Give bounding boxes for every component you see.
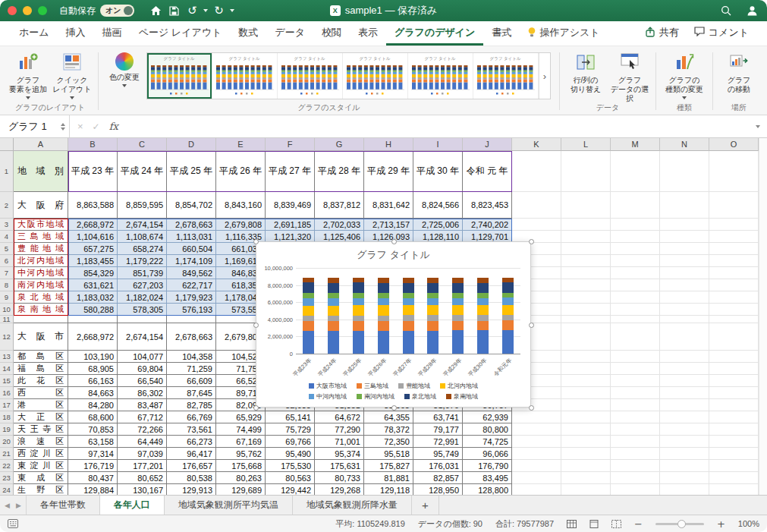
cell[interactable]: 175,631 xyxy=(315,460,364,472)
cell[interactable] xyxy=(561,351,611,363)
cell-label[interactable]: 東淀川区 xyxy=(14,460,68,472)
cell[interactable]: 176,031 xyxy=(413,460,463,472)
switch-row-column-button[interactable]: 行/列の 切り替え xyxy=(564,50,608,94)
cell[interactable] xyxy=(512,460,561,472)
cell[interactable] xyxy=(561,316,611,323)
select-all-corner[interactable] xyxy=(0,138,14,151)
cell[interactable]: 80,652 xyxy=(118,472,167,484)
cell-label[interactable]: 港区 xyxy=(14,399,68,411)
undo-dropdown-icon[interactable] xyxy=(203,9,208,12)
cell[interactable]: 66,273 xyxy=(167,436,216,448)
cell[interactable]: 660,504 xyxy=(167,243,216,255)
cell[interactable] xyxy=(611,436,660,448)
minimize-window-button[interactable] xyxy=(23,6,32,15)
row-header[interactable]: 7 xyxy=(0,267,14,279)
cell[interactable]: 128,800 xyxy=(463,484,512,495)
cell[interactable]: 176,657 xyxy=(167,460,216,472)
cell[interactable] xyxy=(660,231,709,243)
cell[interactable] xyxy=(660,219,709,231)
cell[interactable] xyxy=(611,255,660,267)
cell[interactable] xyxy=(167,316,216,323)
cell[interactable] xyxy=(709,231,759,243)
cell[interactable]: 176,790 xyxy=(463,460,512,472)
cell-label[interactable]: 東成区 xyxy=(14,472,68,484)
cell[interactable]: 854,329 xyxy=(68,267,118,279)
cell-label[interactable]: 天王寺区 xyxy=(14,423,68,436)
row-header[interactable]: 9 xyxy=(0,291,14,304)
cell[interactable] xyxy=(709,375,759,387)
sheet-tab[interactable]: 地域気象観測所降水量 xyxy=(293,496,412,515)
cell[interactable] xyxy=(660,351,709,363)
cell[interactable]: 8,859,595 xyxy=(118,192,167,219)
cell[interactable]: 82,857 xyxy=(413,472,463,484)
row-header[interactable]: 14 xyxy=(0,363,14,375)
page-layout-view-button[interactable] xyxy=(589,520,599,528)
cell[interactable] xyxy=(709,219,759,231)
cell[interactable]: 2,674,154 xyxy=(118,219,167,231)
cell[interactable]: 64,449 xyxy=(118,436,167,448)
cell[interactable] xyxy=(561,375,611,387)
cell[interactable]: 1,179,222 xyxy=(118,255,167,267)
cell[interactable] xyxy=(561,436,611,448)
cell[interactable]: 104,077 xyxy=(118,351,167,363)
cell[interactable]: 175,668 xyxy=(216,460,266,472)
cell[interactable]: 627,203 xyxy=(118,279,167,291)
cell[interactable] xyxy=(709,399,759,411)
cell[interactable]: 1,179,923 xyxy=(167,291,216,304)
cell[interactable]: 2,740,202 xyxy=(463,219,512,231)
home-icon[interactable] xyxy=(148,3,163,18)
cell[interactable] xyxy=(660,192,709,219)
quick-layout-button[interactable]: クイック レイアウト xyxy=(50,50,94,99)
row-header[interactable]: 24 xyxy=(0,484,14,495)
cell[interactable] xyxy=(709,351,759,363)
formula-input[interactable] xyxy=(126,115,749,137)
cell[interactable] xyxy=(512,192,561,219)
cell[interactable]: 1,113,031 xyxy=(167,231,216,243)
move-chart-button[interactable]: グラフ の移動 xyxy=(717,50,761,94)
column-header-K[interactable]: K xyxy=(512,138,561,151)
profile-icon[interactable] xyxy=(744,3,759,18)
cell[interactable] xyxy=(709,436,759,448)
cell[interactable]: 576,193 xyxy=(167,304,216,316)
cell[interactable]: 78,372 xyxy=(364,423,413,436)
cell[interactable]: 65,929 xyxy=(216,411,266,423)
cell[interactable]: 87,645 xyxy=(167,387,216,399)
cell[interactable]: 97,039 xyxy=(118,448,167,460)
selection-handle[interactable] xyxy=(391,239,397,244)
column-header-C[interactable]: C xyxy=(118,138,167,151)
cell-label[interactable]: 生野区 xyxy=(14,484,68,495)
cell[interactable]: 103,190 xyxy=(68,351,118,363)
cell[interactable] xyxy=(709,484,759,495)
cell[interactable] xyxy=(561,279,611,291)
cell[interactable]: 2,725,006 xyxy=(413,219,463,231)
cell[interactable]: 1,108,674 xyxy=(118,231,167,243)
cell-label[interactable]: 大阪市 xyxy=(14,323,68,351)
cell[interactable]: 80,437 xyxy=(68,472,118,484)
cell[interactable]: 83,495 xyxy=(463,472,512,484)
cell[interactable]: 74,725 xyxy=(463,436,512,448)
column-header-A[interactable]: A xyxy=(14,138,68,151)
cell[interactable]: 95,518 xyxy=(364,448,413,460)
cell[interactable]: 71,001 xyxy=(315,436,364,448)
cell[interactable] xyxy=(561,267,611,279)
column-header-M[interactable]: M xyxy=(611,138,660,151)
vertical-scrollbar[interactable] xyxy=(759,138,767,495)
cell[interactable] xyxy=(660,436,709,448)
cell[interactable] xyxy=(660,279,709,291)
cell-label[interactable]: 此花区 xyxy=(14,375,68,387)
column-header-G[interactable]: G xyxy=(315,138,364,151)
cell[interactable]: 1,183,455 xyxy=(68,255,118,267)
row-header[interactable]: 21 xyxy=(0,448,14,460)
cell[interactable] xyxy=(709,411,759,423)
cell[interactable]: 84,280 xyxy=(68,399,118,411)
chart-title[interactable]: グラフ タイトル xyxy=(256,248,530,262)
cell-label[interactable]: 南河内地域 xyxy=(14,279,68,291)
cell[interactable] xyxy=(561,399,611,411)
cell[interactable]: 8,854,702 xyxy=(167,192,216,219)
cell[interactable]: 658,274 xyxy=(118,243,167,255)
cell[interactable]: 令和 元 年 xyxy=(463,151,512,192)
cell[interactable] xyxy=(611,423,660,436)
prev-sheet-button[interactable]: ◀ xyxy=(5,502,10,509)
cancel-entry-button[interactable]: × xyxy=(77,121,83,132)
row-header[interactable]: 12 xyxy=(0,323,14,351)
